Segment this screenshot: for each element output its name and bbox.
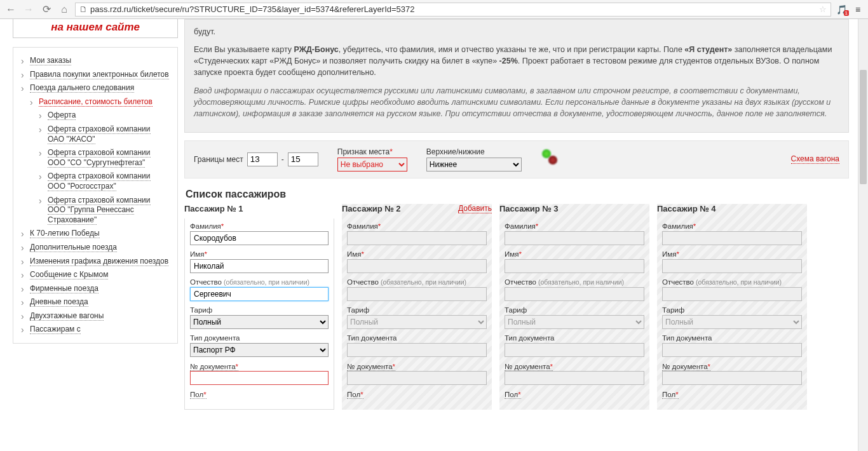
lastname-input[interactable]: [662, 231, 802, 245]
seat-sign-label: Признак места*: [337, 147, 407, 156]
passenger-header: Пассажир № 4: [657, 204, 807, 213]
content-area: будут. Если Вы указываете карту РЖД-Бону…: [184, 19, 868, 410]
bookmark-star-icon[interactable]: ☆: [819, 4, 827, 14]
firstname-input[interactable]: [662, 259, 802, 273]
sidebar-item-doubledecker[interactable]: Двухэтажные вагоны: [24, 309, 172, 323]
sidebar-item-ins-surgut[interactable]: Оферта страховой компанииООО "СО "Сургут…: [41, 146, 172, 170]
firstname-label: Имя*: [190, 250, 329, 258]
wagon-scheme-link[interactable]: Схема вагона: [791, 154, 839, 164]
sidebar-item-ins-rosgos[interactable]: Оферта страховой компанииООО "Росгосстра…: [41, 170, 172, 193]
middlename-input[interactable]: [347, 287, 487, 301]
scrollbar-thumb[interactable]: [860, 70, 867, 184]
tariff-label: Тариф: [505, 306, 644, 314]
doctype-label: Тип документа: [662, 334, 802, 342]
sidebar-item-rules[interactable]: Правила покупки электронных билетов: [24, 68, 172, 82]
address-bar[interactable]: 🗋 pass.rzd.ru/ticket/secure/ru?STRUCTURE…: [75, 3, 831, 17]
tariff-select[interactable]: Полный: [190, 315, 329, 329]
passenger-title: Пассажир № 4: [657, 204, 716, 213]
tariff-label: Тариф: [347, 306, 487, 314]
lastname-input[interactable]: [347, 231, 487, 245]
sidebar-item-branded[interactable]: Фирменные поезда: [24, 282, 172, 296]
doctype-label: Тип документа: [505, 334, 644, 342]
sidebar-item-orders[interactable]: Мои заказы: [24, 54, 172, 68]
firstname-input[interactable]: [505, 259, 644, 273]
doctype-input[interactable]: [662, 343, 802, 357]
middlename-label: Отчество (обязательно, при наличии): [190, 278, 329, 286]
passenger-body: Фамилия*Имя*Отчество (обязательно, при н…: [499, 219, 649, 409]
sidebar-item-victory70[interactable]: К 70-летию Победы: [24, 227, 172, 241]
sidebar-item-crimea[interactable]: Сообщение с Крымом: [24, 268, 172, 282]
extension-icon[interactable]: 🎵1: [835, 4, 848, 15]
sidebar-item-long-distance[interactable]: Поезда дальнего следования: [24, 81, 172, 95]
vertical-scrollbar[interactable]: [858, 19, 868, 410]
sidebar-item-schedule[interactable]: Расписание, стоимость билетов: [32, 95, 172, 109]
seat-from-input[interactable]: [247, 152, 278, 166]
lastname-label: Фамилия*: [190, 222, 329, 230]
seat-level-select[interactable]: Нижнее: [426, 158, 522, 172]
middlename-input[interactable]: [505, 287, 644, 301]
lastname-label: Фамилия*: [505, 222, 644, 230]
sidebar-item-schedule-changes[interactable]: Изменения графика движения поездов: [24, 255, 172, 269]
sidebar-item-offer[interactable]: Оферта: [41, 109, 172, 123]
doctype-label: Тип документа: [190, 334, 329, 342]
firstname-label: Имя*: [662, 250, 802, 258]
passenger-header: Пассажир № 1: [184, 204, 334, 213]
passenger-title: Пассажир № 1: [184, 204, 243, 213]
passenger-body: Фамилия*Имя*Отчество (обязательно, при н…: [184, 219, 334, 410]
seat-options-bar: Границы мест - Признак места* Не выбрано…: [184, 140, 849, 178]
docnum-input[interactable]: [662, 371, 802, 385]
middlename-label: Отчество (обязательно, при наличии): [505, 278, 644, 286]
firstname-input[interactable]: [347, 259, 487, 273]
sidebar-item-ins-renaissance[interactable]: Оферта страховой компанииООО "Группа Рен…: [41, 194, 172, 227]
passenger-header: Пассажир № 3: [499, 204, 649, 213]
doctype-label: Тип документа: [347, 334, 487, 342]
passengers-row: Пассажир № 1Фамилия*Имя*Отчество (обязат…: [184, 204, 849, 410]
tariff-select[interactable]: Полный: [662, 315, 802, 329]
passenger-column-3: Пассажир № 3Фамилия*Имя*Отчество (обязат…: [499, 204, 649, 410]
lastname-label: Фамилия*: [662, 222, 802, 230]
doctype-select[interactable]: Паспорт РФ: [190, 343, 329, 357]
docnum-label: № документа*: [347, 363, 395, 371]
tariff-label: Тариф: [662, 306, 802, 314]
sidebar-menu: Мои заказы Правила покупки электронных б…: [13, 47, 178, 344]
tariff-select[interactable]: Полный: [347, 315, 487, 329]
middlename-label: Отчество (обязательно, при наличии): [347, 278, 487, 286]
sidebar-item-ins-zhaso[interactable]: Оферта страховой компанииОАО "ЖАСО": [41, 123, 172, 146]
seat-range-group: Границы мест -: [194, 152, 318, 166]
tariff-select[interactable]: Полный: [505, 315, 644, 329]
passenger-column-2: Пассажир № 2ДобавитьФамилия*Имя*Отчество…: [342, 204, 492, 410]
lastname-input[interactable]: [505, 231, 644, 245]
tariff-label: Тариф: [190, 306, 329, 314]
lastname-input[interactable]: [190, 231, 329, 245]
sidebar-item-extra-trains[interactable]: Дополнительные поезда: [24, 241, 172, 255]
page-icon: 🗋: [79, 4, 88, 14]
reload-button[interactable]: ⟳: [39, 3, 53, 17]
sidebar-item-daytime[interactable]: Дневные поезда: [24, 295, 172, 309]
status-dots: [541, 152, 560, 167]
gender-label: Пол*: [190, 391, 207, 399]
sidebar-item-passengers-with[interactable]: Пассажирам с: [24, 323, 172, 337]
gender-label: Пол*: [662, 391, 679, 399]
firstname-label: Имя*: [347, 250, 487, 258]
docnum-input[interactable]: [190, 371, 329, 385]
info-box: будут. Если Вы указываете карту РЖД-Бону…: [184, 19, 849, 133]
lastname-label: Фамилия*: [347, 222, 487, 230]
add-passenger-link[interactable]: Добавить: [458, 204, 492, 213]
doctype-input[interactable]: [505, 343, 644, 357]
seat-range-label: Границы мест: [194, 155, 243, 164]
seat-level-group: Верхние/нижние Нижнее: [426, 147, 522, 172]
seat-to-input[interactable]: [288, 152, 318, 166]
middlename-input[interactable]: [662, 287, 802, 301]
browser-toolbar: ← → ⟳ ⌂ 🗋 pass.rzd.ru/ticket/secure/ru?S…: [0, 0, 868, 19]
passengers-title: Список пассажиров: [186, 189, 849, 200]
menu-icon[interactable]: ≡: [851, 4, 864, 15]
seat-sign-select[interactable]: Не выбрано: [337, 158, 407, 172]
firstname-input[interactable]: [190, 259, 329, 273]
forward-button[interactable]: →: [22, 3, 36, 17]
docnum-input[interactable]: [505, 371, 644, 385]
middlename-input[interactable]: [190, 287, 329, 301]
home-button[interactable]: ⌂: [57, 3, 71, 17]
doctype-input[interactable]: [347, 343, 487, 357]
back-button[interactable]: ←: [4, 3, 18, 17]
docnum-input[interactable]: [347, 371, 487, 385]
